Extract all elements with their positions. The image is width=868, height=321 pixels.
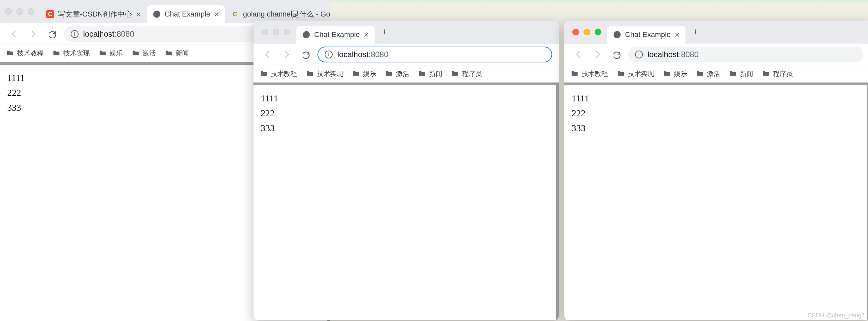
bookmark-label: 激活 [396,69,409,78]
bookmark-label: 娱乐 [110,49,123,58]
folder-icon [730,69,737,78]
back-button[interactable] [571,47,586,62]
tab-close-icon[interactable]: × [364,30,369,40]
tab-close-icon[interactable]: × [214,9,219,20]
traffic-lights [572,29,601,35]
bookmark-folder[interactable]: 程序员 [763,69,793,78]
url-host: localhost [337,50,369,59]
reload-button[interactable] [298,47,313,62]
bookmark-folder[interactable]: 激活 [696,69,720,78]
bookmark-label: 技术实现 [63,49,90,58]
viewport: 1111 222 333 [564,83,868,320]
folder-icon [452,69,459,78]
toolbar: i localhost:8080 [564,43,868,65]
traffic-zoom-icon[interactable] [28,8,34,15]
csdn-favicon-icon: C [46,10,54,18]
watermark: CSDN @chen_peng7 [808,312,865,319]
tab-chat-example[interactable]: Chat Example × [607,26,685,43]
bookmark-label: 技术教程 [271,69,297,78]
folder-icon [617,69,624,78]
chat-line: 333 [571,121,860,136]
titlebar[interactable]: Chat Example × + [253,21,559,43]
browser-window-3: Chat Example × + i localhost:8080 技术教程 技… [564,21,868,320]
bookmark-folder[interactable]: 娱乐 [99,49,123,58]
chat-line: 222 [261,106,549,121]
url-host: localhost [83,29,115,38]
traffic-close-icon[interactable] [5,8,12,15]
folder-icon [53,49,60,58]
tab-strip: C 写文章-CSDN创作中心 × Chat Example × golang c… [40,0,330,23]
address-bar[interactable]: i localhost:8080 [317,47,552,62]
address-bar[interactable]: i localhost:8080 [628,47,863,62]
site-info-icon[interactable]: i [635,51,643,58]
bookmark-folder[interactable]: 技术教程 [571,69,608,78]
tab-chat-example[interactable]: Chat Example × [297,26,375,43]
bookmark-label: 程序员 [462,69,482,78]
bookmark-label: 技术教程 [17,49,43,58]
traffic-close-icon[interactable] [572,29,579,35]
bookmark-folder[interactable]: 技术教程 [260,69,297,78]
bookmark-label: 技术实现 [317,69,343,78]
back-button[interactable] [260,47,275,62]
tab-chat-example[interactable]: Chat Example × [147,5,225,23]
bookmark-label: 技术教程 [582,69,608,78]
globe-favicon-icon [153,10,161,18]
folder-icon [663,69,671,78]
bookmarks-bar: 技术教程 技术实现 娱乐 激活 新闻 程序员 [564,65,868,83]
bookmark-folder[interactable]: 娱乐 [352,69,376,78]
traffic-minimize-icon[interactable] [17,8,23,15]
tab-label: Chat Example [165,10,210,19]
titlebar[interactable]: C 写文章-CSDN创作中心 × Chat Example × golang c… [0,0,330,23]
bookmark-folder[interactable]: 新闻 [165,49,189,58]
bookmark-label: 激活 [707,69,720,78]
traffic-minimize-icon[interactable] [584,29,590,35]
traffic-minimize-icon[interactable] [273,29,279,35]
bookmark-folder[interactable]: 娱乐 [663,69,687,78]
bookmark-folder[interactable]: 技术教程 [7,49,43,58]
url-host: localhost [648,50,679,59]
tab-label: 写文章-CSDN创作中心 [58,9,132,19]
bookmark-label: 程序员 [773,69,793,78]
url-port: :8080 [115,29,134,38]
tab-strip: Chat Example × + [607,21,865,43]
bookmark-label: 激活 [143,49,156,58]
new-tab-button[interactable]: + [377,25,392,39]
url-port: :8080 [369,50,389,59]
bookmark-folder[interactable]: 新闻 [418,69,442,78]
back-button[interactable] [7,26,22,41]
bookmark-label: 娱乐 [674,69,687,78]
reload-button[interactable] [45,26,60,41]
site-info-icon[interactable]: i [325,51,333,58]
traffic-zoom-icon[interactable] [595,29,601,35]
bookmark-folder[interactable]: 程序员 [452,69,482,78]
forward-button[interactable] [590,47,605,62]
traffic-lights [261,29,290,35]
traffic-zoom-icon[interactable] [284,29,290,35]
bookmark-folder[interactable]: 新闻 [730,69,753,78]
bookmark-folder[interactable]: 技术实现 [53,49,90,58]
new-tab-button[interactable]: + [688,25,703,39]
bookmark-folder[interactable]: 技术实现 [617,69,654,78]
traffic-close-icon[interactable] [261,29,268,35]
chat-line: 1111 [571,91,860,106]
forward-button[interactable] [26,26,41,41]
tab-close-icon[interactable]: × [675,30,680,40]
folder-icon [418,69,426,78]
tab-label: Chat Example [625,30,671,39]
bookmark-label: 新闻 [429,69,442,78]
bookmarks-bar: 技术教程 技术实现 娱乐 激活 新闻 程序员 [253,65,559,83]
reload-button[interactable] [609,47,624,62]
chat-line: 222 [571,106,860,121]
bookmark-folder[interactable]: 技术实现 [306,69,343,78]
bookmark-folder[interactable]: 激活 [385,69,409,78]
toolbar: i localhost:8080 [253,43,559,65]
folder-icon [306,69,313,78]
site-info-icon[interactable]: i [71,30,79,38]
tab-csdn[interactable]: C 写文章-CSDN创作中心 × [40,5,147,23]
titlebar[interactable]: Chat Example × + [564,21,868,43]
url-port: :8080 [679,50,699,59]
bookmark-folder[interactable]: 激活 [132,49,156,58]
forward-button[interactable] [279,47,294,62]
google-favicon-icon [231,10,239,18]
tab-close-icon[interactable]: × [136,9,141,20]
